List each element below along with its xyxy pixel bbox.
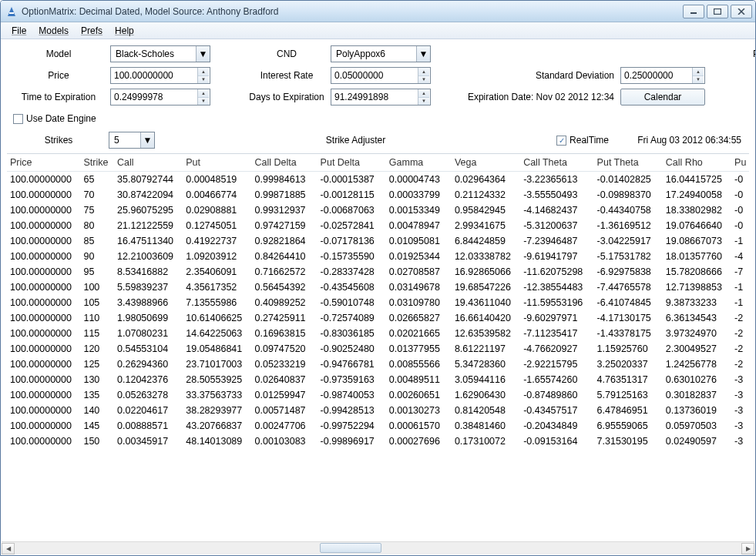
cell: 100.00000000	[7, 310, 80, 326]
cell: -2	[731, 326, 749, 341]
time-to-exp-spin[interactable]: ▲▼	[110, 89, 210, 106]
table-row[interactable]: 100.000000001101.9805069910.614066250.27…	[7, 310, 749, 326]
table-row[interactable]: 100.000000001300.1204237628.505539250.02…	[7, 372, 749, 387]
table-row[interactable]: 100.000000008021.121225590.127450510.974…	[7, 218, 749, 233]
days-to-exp-spin[interactable]: ▲▼	[331, 89, 431, 106]
use-date-engine-checkbox[interactable]	[13, 114, 23, 124]
table-row[interactable]: 100.000000008516.475113400.419227370.928…	[7, 233, 749, 249]
cell: 48.14013089	[183, 434, 251, 449]
strikes-label: Strikes	[8, 135, 109, 146]
cell: -0.43545608	[318, 280, 386, 295]
cnd-combo[interactable]: PolyAppox6 ▼	[331, 45, 431, 62]
scroll-track[interactable]	[15, 543, 741, 554]
price-input[interactable]	[111, 69, 197, 82]
time-to-exp-input[interactable]	[111, 91, 197, 103]
strikes-combo[interactable]: 5 ▼	[109, 132, 155, 149]
cell: -0.44340758	[594, 203, 663, 218]
cell: -1	[731, 295, 749, 310]
scroll-left-icon[interactable]: ◀	[2, 543, 15, 554]
realtime-checkbox[interactable]	[556, 136, 566, 146]
scroll-thumb[interactable]	[320, 543, 381, 553]
cell: 140	[80, 403, 114, 418]
column-header[interactable]: Call Rho	[663, 154, 731, 172]
cell: 0.21124332	[452, 187, 520, 203]
cell: 0.00571487	[252, 403, 318, 418]
cell: 115	[80, 326, 114, 341]
cell: 0.01377955	[386, 341, 452, 357]
minimize-button[interactable]	[683, 5, 704, 18]
cell: 16.47511340	[114, 233, 183, 249]
interest-rate-input[interactable]	[331, 69, 418, 82]
cell: -4.17130175	[594, 310, 663, 326]
cell: 0.00061570	[386, 418, 452, 434]
column-header[interactable]: Gamma	[386, 154, 452, 172]
cell: -0.83036185	[318, 326, 386, 341]
menu-models[interactable]: Models	[32, 24, 75, 38]
cell: 0.00033799	[386, 187, 452, 203]
column-header[interactable]: Put Delta	[318, 154, 386, 172]
table-row[interactable]: 100.000000001400.0220461738.282939770.00…	[7, 403, 749, 418]
cell: 25.96075295	[114, 203, 183, 218]
column-header[interactable]: Vega	[452, 154, 520, 172]
table-row[interactable]: 100.000000001053.439889667.135559860.409…	[7, 295, 749, 310]
cell: 16.66140420	[452, 310, 520, 326]
table-row[interactable]: 100.000000001200.5455310419.054868410.09…	[7, 341, 749, 357]
interest-rate-spin[interactable]: ▲▼	[331, 67, 431, 84]
std-dev-spin[interactable]: ▲▼	[620, 67, 705, 84]
cell: 5.34728360	[452, 357, 520, 372]
table-row[interactable]: 100.000000009012.210036091.092039120.842…	[7, 249, 749, 264]
column-header[interactable]: Pu	[731, 154, 749, 172]
column-header[interactable]: Price	[7, 154, 80, 172]
cell: -2	[731, 310, 749, 326]
cell: 100.00000000	[7, 280, 80, 295]
cell: -0	[731, 203, 749, 218]
table-row[interactable]: 100.000000001151.0708023114.642250630.16…	[7, 326, 749, 341]
cell: -0.09153164	[520, 434, 593, 449]
std-dev-label: Standard Deviation	[465, 70, 619, 81]
menu-help[interactable]: Help	[109, 24, 140, 38]
cell: 6.47846951	[594, 403, 663, 418]
cell: -4	[731, 249, 749, 264]
table-row[interactable]: 100.00000000958.534168822.354060910.7166…	[7, 264, 749, 280]
table-row[interactable]: 100.000000001350.0526327833.375637330.01…	[7, 387, 749, 403]
price-spin[interactable]: ▲▼	[110, 67, 210, 84]
scroll-right-icon[interactable]: ▶	[741, 543, 754, 554]
cell: 33.37563733	[183, 387, 251, 403]
column-header[interactable]: Put	[183, 154, 251, 172]
column-header[interactable]: Strike	[80, 154, 114, 172]
close-button[interactable]	[731, 5, 752, 18]
cell: -3.04225917	[594, 233, 663, 249]
menu-file[interactable]: File	[5, 24, 32, 38]
cell: 0.81420548	[452, 403, 520, 418]
calendar-button[interactable]: Calendar	[620, 89, 705, 106]
days-to-exp-input[interactable]	[331, 91, 418, 103]
std-dev-input[interactable]	[621, 69, 692, 82]
menu-prefs[interactable]: Prefs	[75, 24, 109, 38]
horizontal-scrollbar[interactable]: ◀ ▶	[2, 541, 754, 554]
cell: 0.26294360	[114, 357, 183, 372]
column-header[interactable]: Call	[114, 154, 183, 172]
cell: 8.53416882	[114, 264, 183, 280]
cell: -0	[731, 172, 749, 188]
table-row[interactable]: 100.000000001005.598392374.356173520.564…	[7, 280, 749, 295]
column-header[interactable]: Put Theta	[594, 154, 663, 172]
cell: 3.05944116	[452, 372, 520, 387]
column-header[interactable]: Call Delta	[252, 154, 318, 172]
cell: -0.01402825	[594, 172, 663, 188]
table-row[interactable]: 100.000000001500.0034591748.140130890.00…	[7, 434, 749, 449]
cell: 100.00000000	[7, 387, 80, 403]
table-row[interactable]: 100.000000006535.807927440.000485190.999…	[7, 172, 749, 188]
maximize-button[interactable]	[707, 5, 728, 18]
interest-rate-label: Interest Rate	[244, 70, 329, 81]
cell: -2	[731, 341, 749, 357]
table-row[interactable]: 100.000000007030.874220940.004667740.998…	[7, 187, 749, 203]
table-row[interactable]: 100.000000001450.0088857143.207668370.00…	[7, 418, 749, 434]
model-combo[interactable]: Black-Scholes ▼	[110, 45, 210, 62]
cell: -3	[731, 434, 749, 449]
cell: 2.30049527	[663, 341, 731, 357]
table-row[interactable]: 100.000000001250.2629436023.710170030.05…	[7, 357, 749, 372]
column-header[interactable]: Call Theta	[520, 154, 593, 172]
table-row[interactable]: 100.000000007525.960752950.029088810.993…	[7, 203, 749, 218]
cell: 0.05233219	[252, 357, 318, 372]
cell: 5.79125163	[594, 387, 663, 403]
